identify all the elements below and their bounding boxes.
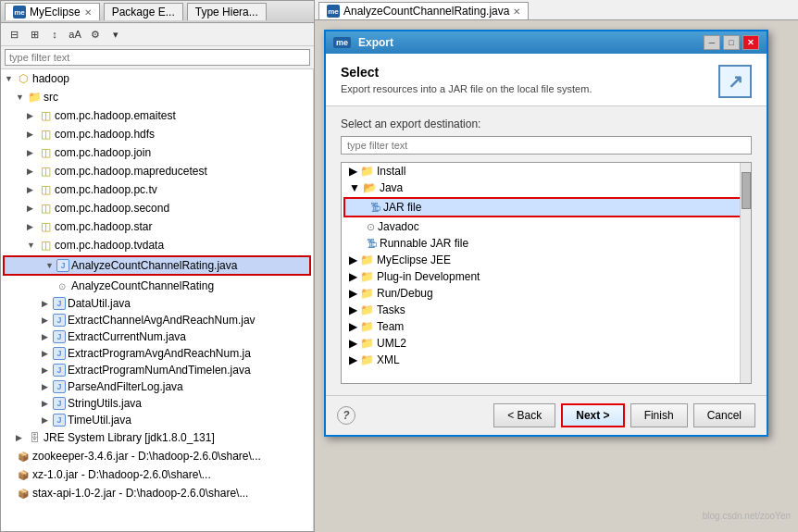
- tree-item-stax[interactable]: 📦 stax-api-1.0-2.jar - D:\hadoop-2.6.0\s…: [1, 484, 313, 502]
- package-icon: ◫: [38, 127, 53, 142]
- tree-item-src[interactable]: ▼ 📁 src: [1, 88, 313, 106]
- settings-btn[interactable]: ⚙: [86, 25, 105, 43]
- tree-item-extract2[interactable]: ▶ J ExtractCurrentNum.java: [1, 328, 313, 345]
- tree-item-pkg4[interactable]: ▶ ◫ com.pc.hadoop.mapreducetest: [1, 162, 313, 180]
- minimize-btn[interactable]: ─: [704, 35, 720, 50]
- expand-extract2-icon[interactable]: ▶: [42, 332, 53, 341]
- export-tree-jee[interactable]: ▶ 📁 MyEclipse JEE: [342, 252, 751, 268]
- watermark: blog.csdn.net/zooYen: [703, 511, 791, 521]
- tree-item-datautil[interactable]: ▶ J DataUtil.java: [1, 295, 313, 312]
- expand-analyze-icon[interactable]: ▼: [45, 261, 56, 270]
- ide-tree: ▼ ⬡ hadoop ▼ 📁 src ▶ ◫ com.pc.hadoop.ema…: [1, 69, 314, 531]
- export-tree-rundebug[interactable]: ▶ 📁 Run/Debug: [342, 285, 751, 302]
- tree-item-xz[interactable]: 📦 xz-1.0.jar - D:\hadoop-2.6.0\share\...: [1, 465, 313, 484]
- expand-src-icon[interactable]: ▼: [16, 93, 27, 102]
- folder-icon: 📁: [27, 90, 42, 105]
- tree-item-pkg3[interactable]: ▶ ◫ com.pc.hadoop.join: [1, 143, 313, 162]
- export-tree-javadoc[interactable]: ⊙ Javadoc: [342, 218, 751, 235]
- export-tree-jar[interactable]: 🗜 JAR file: [343, 197, 749, 217]
- expand-pkg6-icon[interactable]: ▶: [27, 204, 38, 213]
- back-button[interactable]: < Back: [493, 403, 555, 427]
- tab-close-icon[interactable]: ✕: [84, 7, 92, 18]
- expand-pkg8-icon[interactable]: ▼: [27, 241, 38, 250]
- expand-timeutil-icon[interactable]: ▶: [42, 415, 53, 425]
- ide-title-bar: me MyEclipse ✕ Package E... Type Hiera..…: [1, 1, 314, 23]
- expand-all-btn[interactable]: ⊞: [25, 25, 44, 43]
- expand-parse-icon[interactable]: ▶: [42, 382, 53, 391]
- expand-pkg2-icon[interactable]: ▶: [27, 130, 38, 139]
- export-tree-uml2[interactable]: ▶ 📁 UML2: [342, 335, 751, 352]
- folder-icon: 📁: [360, 254, 374, 266]
- export-tree-install[interactable]: ▶ 📁 Install: [342, 163, 751, 179]
- export-tree-xml[interactable]: ▶ 📁 XML: [342, 352, 751, 368]
- expand-extract1-icon[interactable]: ▶: [42, 315, 53, 325]
- expand-pkg7-icon[interactable]: ▶: [27, 222, 38, 231]
- folder-icon: 📁: [360, 353, 374, 366]
- tree-item-analyze[interactable]: ▼ J AnalyzeCountChannelRating.java: [3, 255, 311, 276]
- editor-tab[interactable]: me AnalyzeCountChannelRating.java ✕: [318, 2, 529, 19]
- tree-item-extract4[interactable]: ▶ J ExtractProgramNumAndTimelen.java: [1, 362, 313, 378]
- tab-myeclipse[interactable]: me MyEclipse ✕: [5, 3, 100, 20]
- export-arrow-icon: ↗: [728, 70, 743, 93]
- export-tree-runnable[interactable]: 🗜 Runnable JAR file: [342, 235, 751, 252]
- tree-item-pkg5[interactable]: ▶ ◫ com.pc.hadoop.pc.tv: [1, 180, 313, 199]
- finish-button[interactable]: Finish: [630, 403, 688, 427]
- export-icon: ↗: [718, 65, 752, 98]
- export-tree-plugin[interactable]: ▶ 📁 Plug-in Development: [342, 268, 751, 285]
- export-tree-java[interactable]: ▼ 📂 Java: [342, 179, 751, 196]
- editor-tab-close[interactable]: ✕: [513, 6, 520, 17]
- next-button[interactable]: Next >: [561, 403, 624, 427]
- tree-item-pkg2[interactable]: ▶ ◫ com.pc.hadoop.hdfs: [1, 125, 313, 143]
- tree-item-extract1[interactable]: ▶ J ExtractChannelAvgAndReachNum.jav: [1, 312, 313, 328]
- tree-item-zoo[interactable]: 📦 zookeeper-3.4.6.jar - D:\hadoop-2.6.0\…: [1, 447, 313, 465]
- tab-package[interactable]: Package E...: [104, 3, 183, 20]
- tree-item-hadoop[interactable]: ▼ ⬡ hadoop: [1, 69, 313, 88]
- package-icon: ◫: [38, 164, 53, 179]
- collapse-all-btn[interactable]: ⊟: [5, 25, 23, 43]
- filter-input[interactable]: [5, 49, 310, 66]
- expand-datautil-icon[interactable]: ▶: [42, 299, 53, 308]
- tab-hierarchy[interactable]: Type Hiera...: [187, 3, 267, 20]
- maximize-btn[interactable]: □: [723, 35, 740, 50]
- expand-pkg5-icon[interactable]: ▶: [27, 185, 38, 194]
- runnable-jar-icon: 🗜: [367, 238, 377, 249]
- dialog-header: Select Export resources into a JAR file …: [326, 54, 767, 106]
- expand-extract4-icon[interactable]: ▶: [42, 365, 53, 375]
- expand-string-icon[interactable]: ▶: [42, 399, 53, 408]
- ide-panel: me MyEclipse ✕ Package E... Type Hiera..…: [0, 0, 315, 532]
- export-tree-team[interactable]: ▶ 📁 Team: [342, 318, 751, 335]
- expand-pkg1-icon[interactable]: ▶: [27, 111, 38, 120]
- scrollbar[interactable]: [740, 163, 751, 383]
- editor-tabbar: me AnalyzeCountChannelRating.java ✕: [315, 0, 798, 20]
- tree-item-pkg1[interactable]: ▶ ◫ com.pc.hadoop.emaitest: [1, 106, 313, 125]
- tree-item-timeutil[interactable]: ▶ J TimeUtil.java: [1, 412, 313, 428]
- tree-item-string[interactable]: ▶ J StringUtils.java: [1, 395, 313, 412]
- dialog-controls: ─ □ ✕: [704, 35, 759, 50]
- help-button[interactable]: ?: [337, 406, 355, 425]
- dialog-close-btn[interactable]: ✕: [742, 35, 759, 50]
- cancel-button[interactable]: Cancel: [693, 403, 755, 427]
- java-file-icon: J: [56, 259, 69, 272]
- font-btn[interactable]: aA: [66, 25, 84, 43]
- expand-extract3-icon[interactable]: ▶: [42, 349, 53, 358]
- tree-item-pkg6[interactable]: ▶ ◫ com.pc.hadoop.second: [1, 199, 313, 217]
- dialog-body: Select an export destination: ▶ 📁 Instal…: [326, 106, 767, 395]
- expand-icon[interactable]: ▼: [5, 74, 16, 83]
- sync-btn[interactable]: ↕: [45, 25, 64, 43]
- expand-pkg4-icon[interactable]: ▶: [27, 167, 38, 176]
- project-icon: ⬡: [16, 71, 31, 86]
- scrollbar-thumb[interactable]: [742, 172, 751, 209]
- tree-item-pkg7[interactable]: ▶ ◫ com.pc.hadoop.star: [1, 217, 313, 236]
- library-icon: 🗄: [27, 430, 42, 445]
- expand-pkg3-icon[interactable]: ▶: [27, 148, 38, 157]
- export-tree-tasks[interactable]: ▶ 📁 Tasks: [342, 302, 751, 318]
- dialog-filter-input[interactable]: [341, 136, 752, 155]
- tree-item-class[interactable]: ⊙ AnalyzeCountChannelRating: [1, 277, 313, 295]
- tree-item-pkg8[interactable]: ▼ ◫ com.pc.hadoop.tvdata: [1, 236, 313, 254]
- menu-btn[interactable]: ▾: [106, 25, 125, 43]
- tree-item-extract3[interactable]: ▶ J ExtractProgramAvgAndReachNum.ja: [1, 345, 313, 362]
- tree-item-jre[interactable]: ▶ 🗄 JRE System Library [jdk1.8.0_131]: [1, 428, 313, 447]
- expand-jre-icon[interactable]: ▶: [16, 433, 27, 442]
- tree-item-parse[interactable]: ▶ J ParseAndFilterLog.java: [1, 378, 313, 395]
- jar-icon: 📦: [16, 486, 31, 501]
